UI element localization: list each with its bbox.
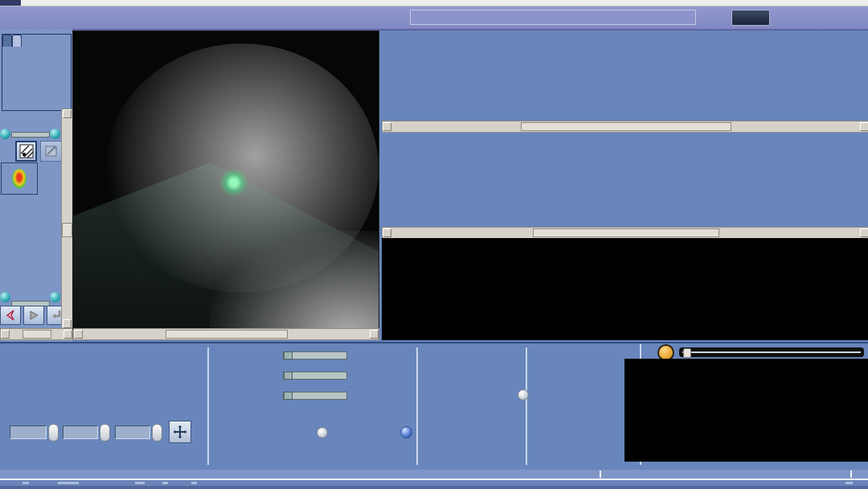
power-slider[interactable]	[283, 351, 347, 360]
prev-sonication-button[interactable]	[0, 306, 21, 325]
thermal-spot-button[interactable]	[1, 162, 38, 195]
annotate-icon	[44, 144, 59, 158]
frequency-dropdown[interactable]	[317, 427, 328, 438]
scrollbar-thumb[interactable]	[521, 122, 731, 131]
scrollbar-thumb[interactable]	[23, 330, 51, 339]
temp-scale-increase-button[interactable]	[50, 129, 60, 139]
scroll-right-icon[interactable]	[370, 330, 379, 339]
tab-tools[interactable]	[2, 35, 12, 47]
duration-slider[interactable]	[283, 372, 347, 380]
thermal-spot-icon	[12, 169, 27, 188]
session-field[interactable]	[410, 10, 696, 25]
si-field[interactable]	[115, 425, 150, 439]
move-spot-button[interactable]	[169, 421, 191, 443]
seek-thumb[interactable]	[683, 348, 691, 358]
divider	[416, 347, 418, 465]
acoustic-spectrum-chart	[632, 238, 868, 340]
ap-stepper[interactable]	[100, 424, 110, 442]
si-stepper[interactable]	[152, 424, 162, 442]
scroll-right-icon[interactable]	[860, 122, 868, 131]
top-toolbar	[0, 6, 868, 31]
charts-strip	[382, 238, 868, 340]
annotate-overlay-button[interactable]	[40, 141, 62, 162]
left-sidebar	[0, 29, 72, 342]
status-bar-lower	[0, 480, 868, 486]
scroll-left-icon[interactable]	[74, 330, 83, 339]
next-arrow-icon	[27, 309, 40, 322]
sidebar-horizontal-scrollbar[interactable]	[0, 328, 73, 340]
scrollbar-thumb[interactable]	[533, 228, 719, 237]
status-bar-upper	[0, 470, 868, 479]
scroll-left-icon[interactable]	[383, 122, 391, 131]
scroll-left-icon[interactable]	[1, 330, 10, 339]
sonication-decrease-button[interactable]	[0, 292, 10, 302]
acoustic-score-chart	[624, 359, 868, 462]
divider	[526, 347, 527, 465]
hatch-icon	[19, 144, 34, 158]
num-slices-dropdown[interactable]	[518, 389, 529, 401]
focal-spot-marker	[219, 168, 248, 197]
window-corner-chip	[0, 0, 21, 6]
replay-seek-slider[interactable]	[679, 347, 864, 357]
acoustic-score-block	[624, 359, 868, 462]
3d-view-horizontal-scrollbar[interactable]	[73, 328, 379, 340]
scrollbar-thumb[interactable]	[62, 223, 72, 237]
thermal-strip-scrollbar[interactable]	[382, 121, 868, 133]
scroll-right-icon[interactable]	[63, 330, 72, 339]
ap-field[interactable]	[63, 425, 98, 439]
scroll-up-icon[interactable]	[63, 109, 72, 118]
energy-slider[interactable]	[283, 392, 347, 400]
move-icon	[173, 425, 187, 439]
window-top-strip	[0, 0, 868, 6]
divider	[207, 347, 209, 465]
sonication-increase-button[interactable]	[50, 292, 60, 302]
temp-scale-decrease-button[interactable]	[0, 129, 10, 139]
thermal-image-strip	[382, 31, 868, 121]
replay-button[interactable]	[731, 10, 770, 26]
transducer-elements-button[interactable]	[400, 426, 412, 438]
next-sonication-button[interactable]	[23, 306, 44, 325]
mri-strip-scrollbar[interactable]	[382, 227, 868, 239]
hatch-overlay-button[interactable]	[15, 141, 37, 162]
orientation-cube[interactable]	[83, 277, 133, 327]
tools-panel	[2, 34, 72, 111]
3d-beam-view[interactable]	[72, 31, 379, 330]
status-bar-edge	[0, 486, 868, 489]
temp-scale-slider[interactable]	[11, 132, 50, 138]
scroll-down-icon[interactable]	[63, 319, 72, 328]
rl-stepper[interactable]	[48, 424, 59, 442]
application-window	[0, 0, 868, 489]
rl-field[interactable]	[10, 425, 47, 439]
temperature-chart	[382, 238, 632, 340]
scrollbar-thumb[interactable]	[166, 330, 288, 339]
prev-arrow-icon	[4, 309, 17, 322]
scroll-left-icon[interactable]	[383, 228, 391, 237]
sidebar-vertical-scrollbar[interactable]	[61, 109, 73, 329]
mri-slice-strip	[382, 133, 868, 227]
scroll-right-icon[interactable]	[860, 228, 868, 237]
tab-overlays[interactable]	[12, 35, 22, 47]
